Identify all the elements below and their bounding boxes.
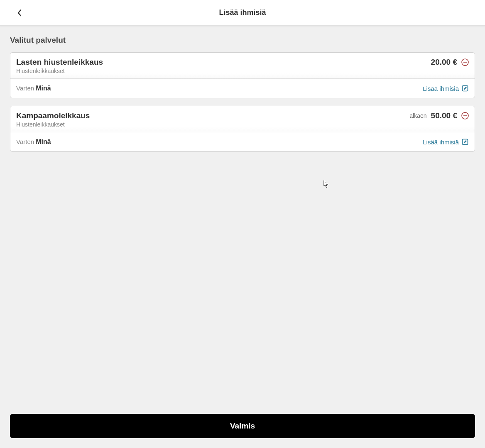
section-title: Valitut palvelut <box>10 36 475 45</box>
remove-circle-icon <box>461 112 469 119</box>
service-name: Lasten hiustenleikkaus <box>16 58 103 67</box>
service-bottom: Varten Minä Lisää ihmisiä <box>10 79 475 98</box>
page-title: Lisää ihmisiä <box>8 8 477 17</box>
service-card: Lasten hiustenleikkaus Hiustenleikkaukse… <box>10 52 475 98</box>
back-button[interactable] <box>15 8 24 18</box>
service-info: Lasten hiustenleikkaus Hiustenleikkaukse… <box>16 58 103 74</box>
header: Lisää ihmisiä <box>0 0 485 26</box>
service-top: Kampaamoleikkaus Hiustenleikkaukset alka… <box>10 106 475 132</box>
service-price-area: 20.00 € <box>431 58 469 67</box>
done-button[interactable]: Valmis <box>10 414 475 438</box>
footer: Valmis <box>10 414 475 438</box>
for-name: Minä <box>36 138 51 145</box>
for-text-wrapper: Varten Minä <box>16 85 51 92</box>
content: Valitut palvelut Lasten hiustenleikkaus … <box>0 26 485 169</box>
for-text-wrapper: Varten Minä <box>16 138 51 146</box>
service-name: Kampaamoleikkaus <box>16 111 90 120</box>
service-top: Lasten hiustenleikkaus Hiustenleikkaukse… <box>10 53 475 79</box>
remove-button[interactable] <box>461 58 469 66</box>
edit-icon <box>461 138 469 146</box>
price-prefix: alkaen <box>409 112 426 119</box>
service-price: 20.00 € <box>431 58 457 67</box>
service-category: Hiustenleikkaukset <box>16 121 90 128</box>
cursor-icon <box>323 180 330 188</box>
add-people-label: Lisää ihmisiä <box>423 139 459 146</box>
remove-button[interactable] <box>461 112 469 119</box>
service-price-area: alkaen 50.00 € <box>409 111 469 120</box>
service-price: 50.00 € <box>431 111 457 120</box>
for-name: Minä <box>36 85 51 92</box>
edit-icon <box>461 85 469 92</box>
chevron-left-icon <box>17 9 22 17</box>
for-label: Varten <box>16 85 36 92</box>
remove-circle-icon <box>461 58 469 66</box>
add-people-label: Lisää ihmisiä <box>423 85 459 92</box>
service-info: Kampaamoleikkaus Hiustenleikkaukset <box>16 111 90 128</box>
service-card: Kampaamoleikkaus Hiustenleikkaukset alka… <box>10 106 475 152</box>
add-people-link[interactable]: Lisää ihmisiä <box>423 138 469 146</box>
for-label: Varten <box>16 138 36 145</box>
service-category: Hiustenleikkaukset <box>16 68 103 74</box>
add-people-link[interactable]: Lisää ihmisiä <box>423 85 469 92</box>
service-bottom: Varten Minä Lisää ihmisiä <box>10 132 475 151</box>
